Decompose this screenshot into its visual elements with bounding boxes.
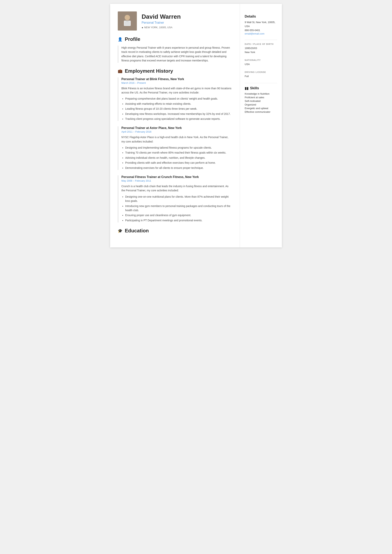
sidebar-driving: DRIVING LICENSE Full: [245, 71, 277, 78]
profile-heading: Profile: [125, 36, 140, 42]
bullet-item: Advising individual clients on health, n…: [125, 156, 232, 160]
job-title-1: Personal Trainer at Blink Fitness, New Y…: [121, 77, 232, 81]
bullet-item: Demonstrating exercises for all clients …: [125, 166, 232, 170]
bullet-item: Assisting with marketing efforts to reta…: [125, 102, 232, 106]
education-section-title: 🎓 Education: [118, 228, 232, 235]
sidebar-nationality-value: USA: [245, 62, 277, 66]
job-desc-2: NYSC Flagship Astor Place is a high-end …: [121, 135, 232, 144]
resume-header: David Warren Personal Trainer ● NEW YORK…: [118, 11, 232, 31]
bullet-item: Training 70 clients per month where 85% …: [125, 151, 232, 155]
svg-point-2: [125, 15, 130, 20]
job-title-header: Personal Trainer: [142, 21, 181, 24]
sidebar-skills: ▮▮ Skills Knowledge in Nutrition Profici…: [245, 86, 277, 113]
location-text: NEW YORK, 10005, USA: [144, 26, 172, 29]
profile-section-title: 👤 Profile: [118, 36, 232, 43]
sidebar-phone: 890-555-0401: [245, 28, 277, 32]
bullet-item: Leading fitness groups of 10-20 clients …: [125, 107, 232, 111]
job-desc-3: Crunch is a health club chain that leads…: [121, 184, 232, 193]
education-section: 🎓 Education: [118, 228, 232, 235]
nationality-label: NATIONALITY: [245, 59, 277, 61]
avatar: [118, 11, 137, 31]
skill-1: Knowledge in Nutrition: [245, 92, 277, 95]
job-entry-1: Personal Trainer at Blink Fitness, New Y…: [118, 77, 232, 121]
employment-section: 💼 Employment History Personal Trainer at…: [118, 68, 232, 223]
profile-section: 👤 Profile High energy Personal Trainer w…: [118, 36, 232, 63]
employment-heading: Employment History: [125, 68, 173, 74]
sidebar-email: email@email.com: [245, 32, 277, 35]
job-dates-3: May 2008 – February 2011: [121, 179, 232, 182]
job-entry-3: Personal Fitness Trainer at Crunch Fitne…: [118, 175, 232, 222]
svg-rect-4: [125, 21, 130, 25]
education-heading: Education: [125, 228, 149, 234]
details-title: Details: [245, 14, 277, 19]
job-bullets-3: Designing one-on-one nutritional plans f…: [121, 194, 232, 222]
sidebar-dob-place: New York: [245, 50, 277, 54]
driving-label: DRIVING LICENSE: [245, 71, 277, 73]
location-icon: ●: [142, 26, 143, 29]
job-dates-1: March 2016 – Present: [121, 82, 232, 84]
profile-icon: 👤: [118, 37, 123, 42]
sidebar-dob-value: 1995/20/03: [245, 46, 277, 50]
bullet-item: Introducing new gym members to personal …: [125, 204, 232, 213]
sidebar-details: Details 9 Wall St, New York, 10005, USA …: [245, 14, 277, 35]
bullet-item: Tracking client progress using specializ…: [125, 117, 232, 121]
job-title-3: Personal Fitness Trainer at Crunch Fitne…: [121, 175, 232, 179]
divider-1: [245, 40, 277, 40]
skills-icon: ▮▮: [245, 86, 248, 90]
skill-3: Self-motivated: [245, 100, 277, 103]
bullet-item: Participating in PT Department meetings …: [125, 218, 232, 222]
bullet-item: Designing and implementing tailored fitn…: [125, 145, 232, 150]
profile-text: High energy Personal Trainer with 8 year…: [118, 46, 232, 63]
skills-title: ▮▮ Skills: [245, 86, 277, 90]
sidebar-address: 9 Wall St, New York, 10005, USA: [245, 21, 277, 28]
bullet-item: Designing one-on-one nutritional plans f…: [125, 194, 232, 203]
candidate-name: David Warren: [142, 13, 181, 20]
dob-label: DATE / PLACE OF BIRTH: [245, 43, 277, 45]
sidebar-dob: DATE / PLACE OF BIRTH 1995/20/03 New Yor…: [245, 43, 277, 54]
graduation-icon: 🎓: [118, 229, 123, 233]
sidebar: Details 9 Wall St, New York, 10005, USA …: [240, 4, 282, 247]
resume-page: David Warren Personal Trainer ● NEW YORK…: [110, 4, 282, 247]
svg-rect-5: [126, 21, 128, 22]
bullet-item: Ensuring proper use and cleanliness of g…: [125, 213, 232, 217]
sidebar-driving-value: Full: [245, 74, 277, 78]
skill-5: Energetic and upbeat: [245, 107, 277, 110]
job-entry-2: Personal Trainer at Astor Place, New Yor…: [118, 126, 232, 170]
skills-heading: Skills: [250, 86, 259, 90]
skill-2: Proficient at sales: [245, 96, 277, 99]
bullet-item: Preparing comprehensive diet plans based…: [125, 97, 232, 101]
location: ● NEW YORK, 10005, USA: [142, 26, 181, 29]
details-heading: Details: [245, 14, 256, 19]
employment-section-title: 💼 Employment History: [118, 68, 232, 75]
divider-2: [245, 83, 277, 83]
bullet-item: Developing new fitness workshops. Increa…: [125, 112, 232, 116]
skills-list: Knowledge in Nutrition Proficient at sal…: [245, 92, 277, 113]
job-dates-2: April 2011 – February 2016: [121, 130, 232, 133]
skill-6: Effective communicator: [245, 111, 277, 113]
briefcase-icon: 💼: [118, 69, 123, 73]
main-column: David Warren Personal Trainer ● NEW YORK…: [110, 4, 240, 247]
job-desc-1: Blink Fitness is an inclusive fitness br…: [121, 86, 232, 95]
bullet-item: Providing clients with safe and effectiv…: [125, 161, 232, 165]
header-info: David Warren Personal Trainer ● NEW YORK…: [142, 13, 181, 29]
job-bullets-1: Preparing comprehensive diet plans based…: [121, 97, 232, 121]
job-title-2: Personal Trainer at Astor Place, New Yor…: [121, 126, 232, 130]
sidebar-nationality: NATIONALITY USA: [245, 59, 277, 66]
skill-4: Organized: [245, 103, 277, 106]
job-bullets-2: Designing and implementing tailored fitn…: [121, 145, 232, 170]
